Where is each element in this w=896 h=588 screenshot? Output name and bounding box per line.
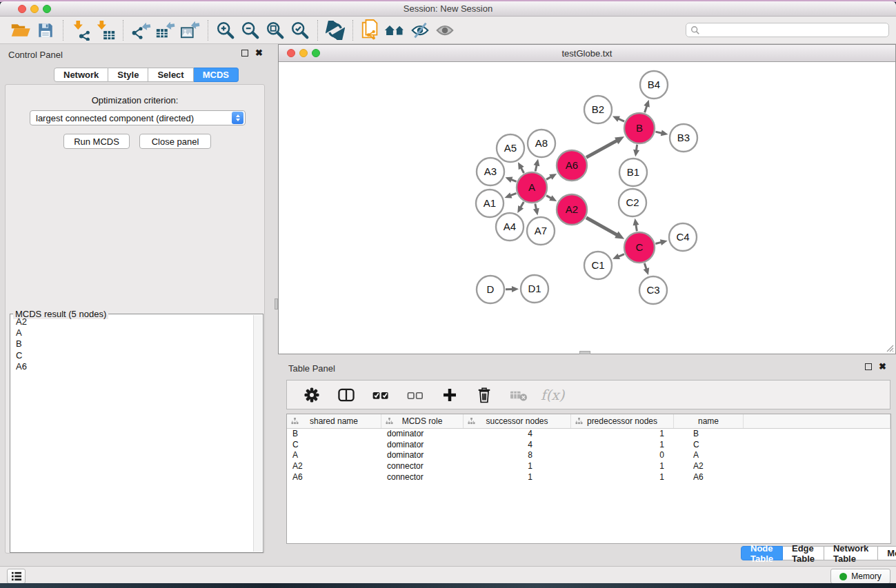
column-header-name[interactable]: name xyxy=(674,414,744,428)
tab-edge-table[interactable]: Edge Table xyxy=(783,546,824,560)
zoom-selected-button[interactable] xyxy=(288,19,312,42)
mcds-result-item[interactable]: C xyxy=(11,350,252,361)
graph-node-label: B2 xyxy=(592,103,604,115)
table-cell: dominator xyxy=(381,450,464,461)
mcds-result-item[interactable]: B xyxy=(11,338,252,349)
column-header-mcds-role[interactable]: MCDS role xyxy=(381,414,464,428)
close-panel-icon[interactable]: ✖ xyxy=(255,50,263,57)
tab-select[interactable]: Select xyxy=(148,68,193,82)
export-image-button[interactable] xyxy=(178,19,203,42)
zoom-in-button[interactable] xyxy=(213,19,238,42)
zoom-out-button[interactable] xyxy=(238,19,263,42)
tab-node-table[interactable]: Node Table xyxy=(741,546,783,560)
zoom-fit-button[interactable] xyxy=(263,19,288,42)
function-builder-button[interactable]: f(x) xyxy=(541,387,564,403)
select-all-columns-button[interactable] xyxy=(368,383,393,407)
graph-node-label: A5 xyxy=(504,142,517,154)
import-table-button[interactable] xyxy=(93,19,118,42)
toolbar-separator xyxy=(352,20,353,41)
control-panel-title: Control Panel xyxy=(8,50,63,60)
graph-edge[interactable] xyxy=(510,193,517,195)
search-input[interactable] xyxy=(703,24,888,36)
refresh-button[interactable] xyxy=(323,19,348,42)
table-row[interactable]: Bdominator41B xyxy=(287,429,890,440)
criterion-dropdown[interactable]: largest connected component (directed) xyxy=(30,110,246,125)
open-session-button[interactable] xyxy=(8,19,33,42)
delete-table-button[interactable] xyxy=(506,383,531,407)
tab-style[interactable]: Style xyxy=(108,68,148,82)
run-mcds-button[interactable]: Run MCDS xyxy=(63,134,130,149)
network-graph-canvas[interactable]: B4B2BB3A8A5A6A3B1AA1C2A2A4A7C4CC1DD1C3 xyxy=(279,62,895,350)
hierarchy-icon xyxy=(468,418,475,425)
graph-edge[interactable] xyxy=(586,141,617,158)
close-panel-button[interactable]: Close panel xyxy=(139,134,211,149)
float-table-panel-icon[interactable] xyxy=(865,363,872,370)
add-column-button[interactable] xyxy=(437,383,462,407)
export-network-button[interactable] xyxy=(128,19,153,42)
network-overview-button[interactable] xyxy=(383,19,408,42)
table-cell: connector xyxy=(381,461,464,472)
toolbar-separator xyxy=(63,20,63,41)
network-view-window: testGlobe.txt B4B2BB3A8A5A6A3B1AA1C2A2A4… xyxy=(278,44,896,354)
table-row[interactable]: Cdominator41C xyxy=(287,440,890,451)
new-network-from-file-button[interactable] xyxy=(358,19,383,42)
graph-edge[interactable] xyxy=(586,218,617,235)
table-cell: 4 xyxy=(464,440,571,451)
graph-node-label: B4 xyxy=(648,79,660,90)
column-header-predecessor-nodes[interactable]: predecessor nodes xyxy=(571,414,674,428)
export-network-icon xyxy=(130,20,151,41)
mcds-result-item[interactable]: A6 xyxy=(11,361,252,372)
graph-edge[interactable] xyxy=(546,196,551,199)
float-panel-icon[interactable] xyxy=(241,50,248,57)
panel-divider-grip[interactable] xyxy=(275,298,278,310)
graph-edge[interactable] xyxy=(645,105,647,112)
save-session-button[interactable] xyxy=(33,19,58,42)
tab-network-table[interactable]: Network Table xyxy=(824,546,878,560)
tab-network[interactable]: Network xyxy=(54,68,108,82)
graph-edge[interactable] xyxy=(655,132,661,133)
toolbar-separator xyxy=(208,20,208,41)
resize-grip-icon[interactable] xyxy=(884,343,894,352)
graph-edge-arrowhead xyxy=(660,239,668,245)
table-row[interactable]: Adominator80A xyxy=(287,450,890,461)
graph-edge[interactable] xyxy=(636,225,637,232)
graph-edge[interactable] xyxy=(655,242,661,243)
import-network-button[interactable] xyxy=(68,19,93,42)
column-header-successor-nodes[interactable]: successor nodes xyxy=(464,414,571,428)
graph-edge[interactable] xyxy=(511,179,517,181)
tab-mcds[interactable]: MCDS xyxy=(194,68,239,82)
eye-slash-icon xyxy=(410,20,430,41)
export-table-button[interactable] xyxy=(153,19,178,42)
graph-edge[interactable] xyxy=(618,119,624,121)
mcds-result-item[interactable]: A2 xyxy=(11,316,252,327)
mcds-result-item[interactable]: A xyxy=(11,327,252,338)
new-network-file-icon xyxy=(360,19,381,41)
graph-edge[interactable] xyxy=(521,168,524,173)
graph-edge[interactable] xyxy=(535,165,537,171)
zoom-in-icon xyxy=(215,20,236,41)
table-cell: A6 xyxy=(287,472,381,483)
mcds-list-scrollbar[interactable] xyxy=(253,315,262,551)
graph-edge[interactable] xyxy=(636,145,637,151)
hierarchy-icon xyxy=(386,418,393,425)
graph-edge[interactable] xyxy=(644,263,646,270)
tab-motifs[interactable]: Motifs xyxy=(878,546,896,560)
column-header-shared-name[interactable]: shared name xyxy=(287,414,381,428)
task-history-button[interactable] xyxy=(7,569,26,583)
table-row[interactable]: A6connector11A6 xyxy=(287,472,890,483)
table-panel: Table Panel ✖ xyxy=(278,354,896,566)
table-row[interactable]: A2connector11A2 xyxy=(287,461,890,472)
column-view-button[interactable] xyxy=(334,383,359,407)
hide-panel-button[interactable] xyxy=(408,19,432,42)
graph-edge[interactable] xyxy=(521,202,524,207)
graph-edge[interactable] xyxy=(535,204,537,210)
close-table-panel-icon[interactable]: ✖ xyxy=(879,363,886,370)
table-cell: 4 xyxy=(464,429,571,440)
unselect-all-columns-button[interactable] xyxy=(403,383,428,407)
graph-edge[interactable] xyxy=(546,176,551,179)
memory-button[interactable]: Memory xyxy=(830,569,890,583)
delete-column-button[interactable] xyxy=(472,383,497,407)
show-panel-button[interactable] xyxy=(432,19,457,42)
graph-edge[interactable] xyxy=(618,254,624,257)
table-settings-button[interactable] xyxy=(299,383,324,407)
